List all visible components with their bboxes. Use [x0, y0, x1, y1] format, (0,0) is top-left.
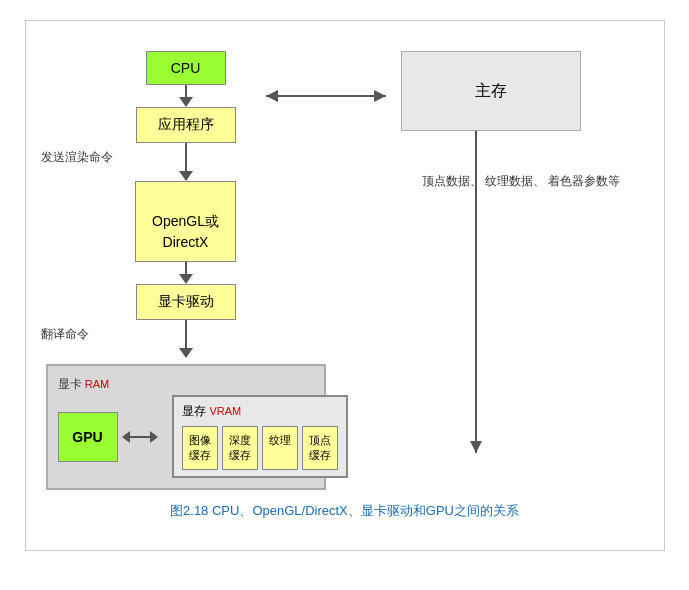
- opengl-label: OpenGL或 DirectX: [152, 213, 219, 250]
- image-buffer-box: 图像 缓存: [182, 426, 218, 470]
- right-column: 主存 顶点数据、 纹理数据、 着色器参数等: [326, 51, 636, 490]
- vertex-data-label: 顶点数据、 纹理数据、 着色器参数等: [422, 171, 621, 193]
- send-render-label: 发送渲染命令: [41, 149, 113, 166]
- app-box: 应用程序: [136, 107, 236, 143]
- gpu-card-ram-label: 显卡 RAM: [58, 376, 314, 393]
- vram-boxes: 图像 缓存 深度 缓存 纹理 顶点 缓存: [182, 426, 338, 470]
- gpu-box: GPU: [58, 412, 118, 462]
- main-memory-label: 主存: [475, 81, 507, 102]
- caption: 图2.18 CPU、OpenGL/DirectX、显卡驱动和GPU之间的关系: [46, 502, 644, 520]
- translate-label: 翻译命令: [41, 326, 89, 343]
- texture-box: 纹理: [262, 426, 298, 470]
- diagram-inner-wrap: CPU 应用程序 发送渲染命令 OpenGL或 Direct: [46, 41, 644, 490]
- app-label: 应用程序: [158, 116, 214, 132]
- driver-box: 显卡驱动: [136, 284, 236, 320]
- vram-section: 显存 VRAM 图像 缓存 深度 缓存: [172, 395, 348, 478]
- vertex-data-section: 顶点数据、 纹理数据、 着色器参数等: [331, 171, 621, 193]
- cpu-box: CPU: [146, 51, 226, 85]
- gpu-inner: GPU 显存 VRAM: [58, 395, 314, 478]
- gpu-vram-arrow: [122, 431, 158, 443]
- diagram-top-row: CPU 应用程序 发送渲染命令 OpenGL或 Direct: [46, 41, 646, 490]
- cpu-label: CPU: [171, 60, 201, 76]
- main-memory-box: 主存: [401, 51, 581, 131]
- opengl-box: OpenGL或 DirectX: [135, 181, 236, 262]
- left-column: CPU 应用程序 发送渲染命令 OpenGL或 Direct: [46, 51, 326, 490]
- gpu-label: GPU: [72, 429, 102, 445]
- vertex-buffer-box: 顶点 缓存: [302, 426, 338, 470]
- diagram-container: CPU 应用程序 发送渲染命令 OpenGL或 Direct: [25, 20, 665, 551]
- depth-buffer-box: 深度 缓存: [222, 426, 258, 470]
- driver-label: 显卡驱动: [158, 293, 214, 309]
- gpu-section: 显卡 RAM GPU: [46, 364, 326, 490]
- vram-section-label: 显存 VRAM: [182, 403, 338, 420]
